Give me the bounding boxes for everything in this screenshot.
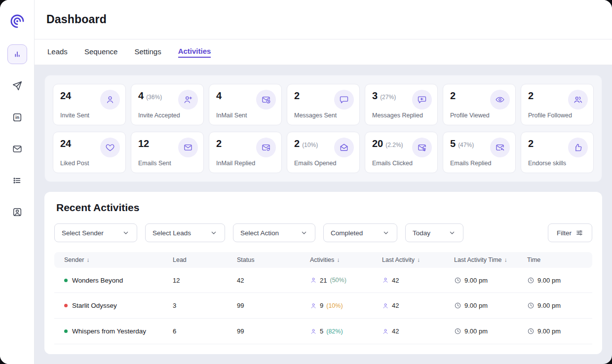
col-last-activity-time[interactable]: Last Activity Time↓ — [454, 256, 527, 263]
sidebar-item-analytics[interactable] — [7, 44, 27, 64]
sort-icon: ↓ — [504, 256, 507, 263]
stat-value: 2 — [216, 138, 222, 149]
status-dot — [64, 279, 68, 282]
filter-button[interactable]: Filter — [548, 223, 592, 242]
stat-value: 2 — [528, 138, 534, 149]
last-activity-count: 42 — [392, 277, 399, 284]
last-activity-time: 9.00 pm — [464, 302, 488, 309]
sidebar-item-contacts[interactable] — [7, 202, 27, 222]
last-activity-count: 42 — [392, 302, 399, 309]
select-action[interactable]: Select Action — [233, 223, 315, 242]
stat-label: InMail Replied — [216, 160, 274, 167]
thumbs-up-icon — [568, 138, 588, 157]
select-status-value: Completed — [331, 229, 363, 237]
mail-open-icon — [334, 138, 354, 157]
filter-button-label: Filter — [557, 229, 572, 237]
stat-value: 4 — [138, 90, 144, 102]
table-row[interactable]: Starlit Odyssey 3 99 9(10%) 42 9.00 pm 9… — [54, 293, 592, 319]
sidebar-item-mail[interactable] — [7, 139, 27, 159]
activities-count: 21 — [320, 277, 327, 284]
tab-sequence[interactable]: Sequence — [84, 47, 118, 57]
user-icon — [310, 277, 317, 284]
col-status: Status — [237, 256, 310, 263]
table-row[interactable]: Whispers from Yesterday 6 99 5(82%) 42 9… — [54, 319, 592, 344]
user-icon — [382, 277, 389, 284]
stat-card-emails-replied: 5(47%) Emails Replied — [443, 132, 516, 173]
page-header: Dashboard — [35, 0, 612, 39]
sort-icon: ↓ — [86, 256, 89, 263]
select-sender-value: Select Sender — [62, 229, 104, 237]
sender-name: Wonders Beyond — [72, 277, 123, 284]
chevron-down-icon — [382, 229, 390, 237]
stat-value: 2 — [450, 90, 456, 102]
stat-card-profile-viewed: 2 Profile Viewed — [443, 84, 516, 125]
activities-table: Sender↓ Lead Status Activities↓ Last Act… — [54, 252, 592, 344]
app-window: Dashboard Leads Sequence Settings Activi… — [0, 0, 612, 364]
tab-leads[interactable]: Leads — [47, 47, 68, 57]
select-date[interactable]: Today — [405, 223, 463, 242]
select-sender[interactable]: Select Sender — [54, 223, 137, 242]
tab-bar: Leads Sequence Settings Activities — [35, 39, 612, 65]
user-icon — [310, 302, 317, 309]
sidebar-item-list[interactable] — [7, 171, 27, 190]
sort-icon: ↓ — [417, 256, 420, 263]
table-row[interactable]: Wonders Beyond 12 42 21(50%) 42 9.00 pm … — [54, 268, 592, 293]
activities-percent: (50%) — [330, 277, 346, 284]
stat-percent: (10%) — [302, 142, 318, 148]
app-logo-icon[interactable] — [8, 12, 27, 31]
stat-value: 24 — [60, 138, 71, 149]
time-value: 9.00 pm — [537, 277, 561, 284]
stat-label: Messages Sent — [294, 112, 352, 119]
stat-value: 20 — [372, 138, 383, 149]
chevron-down-icon — [300, 229, 308, 237]
col-activities[interactable]: Activities↓ — [310, 256, 382, 263]
select-action-value: Select Action — [240, 229, 279, 237]
sidebar-item-linkedin[interactable] — [7, 108, 27, 127]
stat-value: 3 — [372, 90, 378, 102]
stat-value: 12 — [138, 138, 149, 149]
activities-count: 5 — [320, 328, 323, 335]
tab-settings[interactable]: Settings — [134, 47, 161, 57]
status-count: 42 — [237, 277, 310, 284]
activities-percent: (10%) — [326, 302, 343, 309]
stat-card-emails-clicked: 20(2.2%) Emails Clicked — [365, 132, 438, 173]
lead-count: 3 — [173, 302, 237, 309]
activities-count: 9 — [320, 302, 323, 309]
select-leads[interactable]: Select Leads — [145, 223, 225, 242]
tab-activities[interactable]: Activities — [178, 47, 211, 58]
recent-activities-panel: Recent Activities Select Sender Select L… — [44, 192, 602, 354]
mail-click-icon — [412, 138, 432, 157]
stat-label: Emails Replied — [450, 160, 508, 167]
user-icon — [100, 90, 120, 109]
time-value: 9.00 pm — [537, 302, 561, 309]
clock-icon — [454, 302, 461, 309]
table-header: Sender↓ Lead Status Activities↓ Last Act… — [54, 252, 592, 268]
lead-count: 12 — [173, 277, 237, 284]
col-time: Time — [527, 256, 582, 263]
stat-label: Profile Followed — [528, 112, 586, 119]
stat-percent: (27%) — [380, 94, 396, 101]
clock-icon — [527, 302, 535, 309]
stat-label: Endorse skills — [528, 160, 586, 167]
mail-icon — [178, 138, 198, 157]
select-status[interactable]: Completed — [323, 223, 397, 242]
clock-icon — [454, 277, 461, 284]
stat-value: 4 — [216, 90, 222, 102]
clock-icon — [527, 277, 535, 284]
sidebar-item-send[interactable] — [7, 76, 27, 96]
sender-name: Whispers from Yesterday — [72, 328, 146, 335]
stat-label: Invite Sent — [60, 112, 118, 119]
stat-card-inmail-replied: 2 InMail Replied — [209, 132, 282, 173]
stat-value: 24 — [60, 90, 71, 102]
select-date-value: Today — [413, 229, 430, 237]
col-sender[interactable]: Sender↓ — [64, 256, 173, 263]
list-icon — [12, 175, 23, 186]
heart-icon — [100, 138, 120, 157]
col-lead: Lead — [173, 256, 237, 263]
clock-icon — [454, 328, 461, 335]
status-count: 99 — [237, 328, 310, 335]
status-dot — [64, 329, 68, 333]
col-last-activity[interactable]: Last Activity↓ — [382, 256, 454, 263]
stat-label: Profile Viewed — [450, 112, 508, 119]
mail-reply-icon — [490, 138, 510, 157]
